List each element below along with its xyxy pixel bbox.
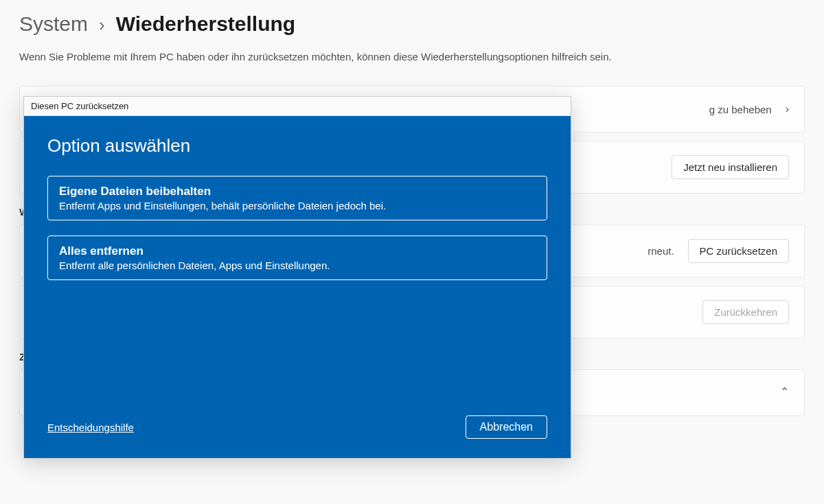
option-title: Alles entfernen — [59, 244, 536, 258]
dialog-body: Option auswählen Eigene Dateien beibehal… — [24, 116, 571, 458]
cancel-button[interactable]: Abbrechen — [466, 415, 547, 439]
chevron-right-icon: › — [99, 14, 105, 36]
page-title: Wiederherstellung — [116, 12, 295, 36]
option-remove-all[interactable]: Alles entfernen Entfernt alle persönlich… — [47, 236, 547, 280]
option-title: Eigene Dateien beibehalten — [59, 185, 536, 198]
chevron-right-icon: › — [786, 103, 789, 115]
goback-button: Zurückkehren — [702, 300, 789, 324]
option-keep-files[interactable]: Eigene Dateien beibehalten Entfernt Apps… — [47, 176, 547, 220]
reset-button[interactable]: PC zurücksetzen — [688, 239, 789, 263]
breadcrumb-parent[interactable]: System — [19, 12, 88, 36]
help-link[interactable]: Entscheidungshilfe — [47, 422, 134, 433]
dialog-heading: Option auswählen — [47, 135, 547, 157]
chevron-up-icon: ⌃ — [780, 385, 789, 398]
dialog-titlebar: Diesen PC zurücksetzen — [24, 97, 571, 116]
reset-pc-dialog: Diesen PC zurücksetzen Option auswählen … — [23, 96, 571, 459]
page-subtitle: Wenn Sie Probleme mit Ihrem PC haben ode… — [19, 51, 805, 62]
reinstall-button[interactable]: Jetzt neu installieren — [672, 155, 789, 179]
option-desc: Entfernt alle persönlichen Dateien, Apps… — [59, 260, 536, 271]
option-desc: Entfernt Apps und Einstellungen, behält … — [59, 200, 536, 211]
dialog-footer: Entscheidungshilfe Abbrechen — [47, 415, 547, 439]
breadcrumb: System › Wiederherstellung — [19, 12, 805, 36]
